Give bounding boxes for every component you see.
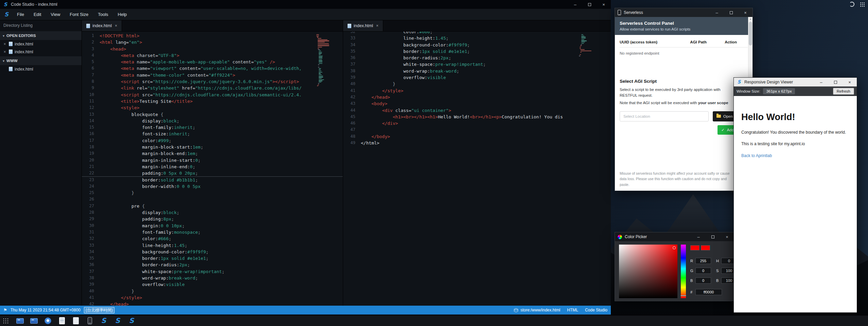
spinner-icon[interactable] [849,2,854,7]
hex-value[interactable]: ff0000 [695,289,722,295]
code-studio-1-icon[interactable] [100,317,108,325]
refresh-button[interactable]: Refresh [833,88,854,95]
responsive-viewer-titlebar[interactable]: Responsive Design Viewer – × [734,78,857,87]
phone-icon[interactable] [86,317,94,325]
sidebar-item-index-html[interactable]: ×index.html [0,40,82,48]
minimize-button[interactable]: – [691,232,706,241]
line-number: 19 [82,150,100,157]
line-number: 45 [343,114,361,120]
back-link[interactable]: Back to Aprintlab [741,153,772,158]
close-button[interactable]: × [843,78,857,87]
code-studio-3-icon[interactable] [127,317,136,325]
code-line: 7 <meta name="theme-color" content="#ff9… [82,72,343,78]
minimize-button[interactable]: – [568,0,582,9]
code-editor[interactable]: 32 color:#666;33 line-height:1.45;34 bac… [343,32,611,306]
code-line: 34 background-color:#f9f9f9; [82,249,343,255]
close-icon[interactable]: × [3,50,7,54]
field-value[interactable]: 255 [695,258,711,264]
minimap[interactable] [579,34,595,57]
line-number: 6 [82,65,100,72]
tab-index-html[interactable]: index.html × [343,20,383,31]
chevron-down-icon: ▾ [3,59,4,63]
window-title: Color Picker [625,234,647,239]
maximize-button[interactable] [706,232,720,241]
line-number: 9 [82,85,100,91]
file-name: index.html [15,42,33,46]
start-menu-icon[interactable] [3,318,8,324]
section-header-open-editors[interactable]: ▾OPEN EDITORS [0,31,82,40]
code-line: 32 color:#666; [82,235,343,242]
grid-menu-icon[interactable] [860,2,865,7]
field-label: G [690,269,694,273]
serverless-titlebar[interactable]: Serverless – × [615,8,752,17]
line-number: 25 [82,190,100,196]
close-icon[interactable]: × [376,23,378,28]
scroll-up-icon[interactable]: ▲ [748,18,752,20]
code-line: 35 border:1px solid #e1e1e1; [82,255,343,262]
color-picker-titlebar[interactable]: Color Picker – × [615,232,752,241]
code-line: 46 </div> [343,120,611,127]
line-number: 17 [82,137,100,144]
flag-icon[interactable]: ⚑ [3,308,7,312]
code-line: 42 </head> [82,301,343,306]
window-blue-icon[interactable] [16,317,24,325]
responsive-viewer-window: Responsive Design Viewer – × Window Size… [733,77,857,313]
line-number: 43 [343,100,361,107]
close-button[interactable]: × [720,232,734,241]
menu-help[interactable]: Help [113,9,132,20]
code-studio-2-icon[interactable] [113,317,122,325]
ide-titlebar[interactable]: Code Studio - index.html – × [0,0,611,9]
select-location-input[interactable] [620,111,709,121]
minimap[interactable] [316,34,333,87]
hue-slider[interactable] [681,245,686,298]
sidebar-item-index-html[interactable]: ×index.html [0,48,82,56]
hue-cursor[interactable] [680,295,686,296]
close-icon[interactable]: × [115,23,117,28]
window-size-value[interactable]: 361px x 627px [763,88,795,94]
maximize-button[interactable] [724,8,738,17]
minimize-button[interactable]: – [710,8,724,17]
code-line: 6 <meta name="viewport" content="user-sc… [82,65,343,72]
menu-file[interactable]: File [12,9,29,20]
menu-view[interactable]: View [46,9,65,20]
document-icon[interactable] [58,317,66,325]
code-line: 37 white-space:pre-wrap!important; [82,268,343,275]
code-line: 9 <link rel="stylesheet" href="https://c… [82,85,343,91]
maximize-button[interactable] [582,0,597,9]
field-value[interactable]: 0 [695,277,711,284]
tab-label: index.html [92,23,112,28]
tab-index-html[interactable]: index.html × [82,20,122,31]
close-button[interactable]: × [738,8,752,17]
sidebar-item-index-html[interactable]: index.html [0,65,82,73]
minimize-button[interactable]: – [814,78,828,87]
line-number: 18 [82,144,100,150]
menu-tools[interactable]: Tools [93,9,113,20]
file-icon [9,67,13,71]
saturation-area[interactable] [619,245,677,298]
scrollbar-thumb[interactable] [749,22,752,45]
field-value[interactable]: 0 [695,268,711,274]
line-number: 34 [343,42,361,48]
code-line: 33 line-height:1.45; [82,242,343,249]
window-blue-2-icon[interactable] [30,317,38,325]
menu-font-size[interactable]: Font Size [65,9,93,20]
code-line: 17 color:#999; [82,137,343,144]
saturation-cursor[interactable] [673,246,676,249]
maximize-button[interactable] [828,78,843,87]
file-icon[interactable] [72,317,80,325]
close-icon[interactable]: × [3,42,7,46]
menu-edit[interactable]: Edit [29,9,46,20]
check-icon: ✓ [721,128,725,132]
line-number: 36 [343,55,361,61]
browser-icon[interactable] [44,317,52,325]
line-number: 48 [343,133,361,140]
serverless-app-icon [618,10,621,15]
section-header-www[interactable]: ▾WWW [0,56,82,65]
close-button[interactable]: × [597,0,611,9]
status-language[interactable]: HTML [567,308,578,312]
code-editor[interactable]: 1<!DOCTYPE html>2<html lang="en">3 <head… [82,32,343,306]
code-line: 23 border:solid #b1b1b1; [82,177,343,183]
color-field-b: B0 [690,277,711,284]
line-number: 28 [82,209,100,216]
color-picker-window-controls: – × [691,232,734,241]
